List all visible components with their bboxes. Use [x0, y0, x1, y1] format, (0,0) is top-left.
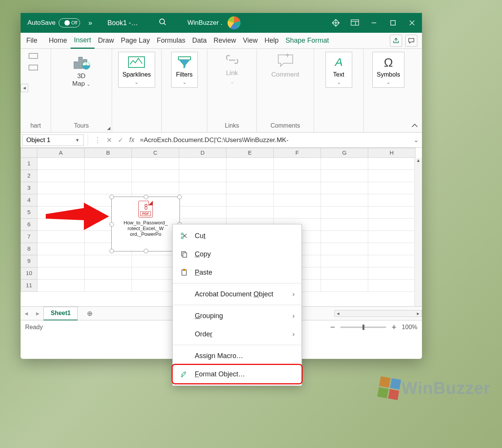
- row-header[interactable]: 10: [21, 267, 37, 280]
- row-header[interactable]: 3: [21, 182, 37, 194]
- svg-line-1: [164, 23, 166, 25]
- cancel-formula-icon[interactable]: ✕: [103, 136, 115, 144]
- horizontal-scrollbar[interactable]: ◄►: [334, 310, 422, 317]
- menu-grouping[interactable]: GroupingGrouping ›: [173, 307, 302, 325]
- row-header[interactable]: 1: [21, 158, 37, 170]
- embedded-pdf-object[interactable]: PDF How_to_Password_ rotect_Excel,_W ord…: [111, 197, 180, 251]
- dialog-launcher-icon[interactable]: ◢: [107, 126, 110, 131]
- globe-icon: [71, 52, 92, 70]
- 3d-map-button[interactable]: 3D Map ⌄: [71, 52, 92, 88]
- resize-handle[interactable]: [144, 249, 148, 253]
- row-header[interactable]: 2: [21, 170, 37, 182]
- comments-button[interactable]: [405, 35, 417, 47]
- enter-formula-icon[interactable]: ✓: [115, 136, 126, 144]
- fx-label[interactable]: fx: [129, 136, 135, 144]
- formula-bar[interactable]: =AcroExch.Document.DC|'C:\Users\WinBuzze…: [138, 136, 411, 144]
- sparklines-button[interactable]: Sparklines ⌄: [118, 52, 155, 88]
- comment-icon: [275, 52, 296, 69]
- col-header[interactable]: H: [368, 148, 415, 158]
- vertical-scrollbar[interactable]: ▲: [414, 158, 422, 306]
- zoom-level[interactable]: 100%: [402, 324, 417, 331]
- user-name: WinBuzzer .: [188, 19, 223, 27]
- maximize-button[interactable]: [386, 16, 400, 30]
- sheet-nav-right-icon[interactable]: ►: [32, 310, 43, 317]
- premium-icon[interactable]: [329, 16, 343, 30]
- group-tours: 3D Map ⌄ Tours ◢: [51, 49, 112, 132]
- add-sheet-button[interactable]: ⊕: [83, 309, 96, 318]
- zoom-slider[interactable]: [340, 326, 386, 328]
- col-header[interactable]: G: [321, 148, 368, 158]
- row-header[interactable]: 7: [21, 231, 37, 243]
- avatar[interactable]: [228, 16, 241, 29]
- group-symbols: Ω Symbols ⌄: [364, 49, 413, 132]
- resize-handle[interactable]: [109, 195, 114, 199]
- svg-rect-15: [128, 57, 144, 67]
- row-header[interactable]: 6: [21, 219, 37, 231]
- zoom-in-button[interactable]: +: [391, 322, 396, 332]
- share-button[interactable]: [390, 35, 402, 47]
- menu-paste[interactable]: PastePaste: [173, 263, 302, 282]
- col-header[interactable]: C: [132, 148, 179, 158]
- titlebar: AutoSave Off » Book1 -… WinBuzzer .: [21, 13, 422, 33]
- select-all-corner[interactable]: [21, 148, 37, 158]
- resize-handle[interactable]: [109, 222, 114, 227]
- tab-home[interactable]: Home: [45, 33, 71, 49]
- svg-point-22: [181, 237, 183, 239]
- tab-help[interactable]: Help: [261, 33, 282, 49]
- row-header[interactable]: 5: [21, 206, 37, 219]
- menu-cut[interactable]: CutCut: [173, 227, 302, 245]
- svg-line-25: [183, 234, 187, 237]
- tab-view[interactable]: View: [239, 33, 261, 49]
- resize-handle[interactable]: [144, 195, 148, 199]
- sheet-nav-left-icon[interactable]: ◄: [21, 310, 32, 317]
- qat-overflow-icon[interactable]: »: [88, 19, 92, 27]
- group-links: Link ⌄ Links: [207, 49, 257, 132]
- menu-order[interactable]: OrderOrder ›: [173, 325, 302, 343]
- search-icon[interactable]: [159, 18, 167, 28]
- symbols-button[interactable]: Ω Symbols ⌄: [372, 52, 404, 88]
- collapse-ribbon-icon[interactable]: [411, 123, 418, 130]
- link-button[interactable]: Link ⌄: [222, 52, 242, 85]
- row-header[interactable]: 8: [21, 243, 37, 255]
- menu-format-object[interactable]: Format Object…Format Object…: [173, 365, 302, 383]
- menu-copy[interactable]: CopyCopy: [173, 245, 302, 263]
- tab-page-layout[interactable]: Page Lay: [117, 33, 153, 49]
- resize-handle[interactable]: [177, 195, 182, 199]
- col-header[interactable]: A: [37, 148, 85, 158]
- tab-file[interactable]: File: [23, 33, 41, 49]
- col-header[interactable]: E: [226, 148, 274, 158]
- name-box[interactable]: Object 1 ▼: [22, 134, 84, 146]
- close-button[interactable]: [405, 16, 419, 30]
- autosave-toggle[interactable]: Off: [59, 18, 80, 27]
- row-header[interactable]: 9: [21, 255, 37, 267]
- col-header[interactable]: B: [85, 148, 132, 158]
- col-header[interactable]: D: [179, 148, 226, 158]
- tab-data[interactable]: Data: [189, 33, 210, 49]
- tab-formulas[interactable]: Formulas: [153, 33, 189, 49]
- row-header[interactable]: 11: [21, 280, 37, 292]
- ribbon-mode-icon[interactable]: [348, 16, 362, 30]
- menu-acrobat-object[interactable]: Acrobat Document ObjectAcrobat Document …: [173, 285, 302, 303]
- context-menu: CutCut CopyCopy PastePaste Acrobat Docum…: [172, 224, 302, 386]
- expand-formula-bar-icon[interactable]: ⌄: [411, 136, 420, 144]
- comment-button[interactable]: Comment: [271, 52, 300, 78]
- text-button[interactable]: A Text ⌄: [326, 52, 352, 88]
- namebox-dropdown-icon[interactable]: ▼: [75, 138, 80, 143]
- filters-button[interactable]: Filters ⌄: [171, 52, 198, 88]
- tab-draw[interactable]: Draw: [95, 33, 117, 49]
- chart-partial-icon[interactable]: [28, 52, 43, 75]
- svg-text:Ω: Ω: [384, 56, 393, 69]
- col-header[interactable]: F: [274, 148, 321, 158]
- minimize-button[interactable]: [367, 16, 381, 30]
- tab-shape-format[interactable]: Shape Format: [282, 33, 332, 49]
- tab-insert[interactable]: Insert: [71, 33, 95, 49]
- zoom-out-button[interactable]: −: [330, 322, 335, 332]
- autosave[interactable]: AutoSave Off: [27, 18, 80, 27]
- row-header[interactable]: 4: [21, 194, 37, 206]
- menu-assign-macro[interactable]: Assign Macro…Assign Macro…: [173, 347, 302, 365]
- svg-point-0: [160, 19, 165, 24]
- tab-review[interactable]: Review: [210, 33, 239, 49]
- resize-handle[interactable]: [109, 249, 114, 253]
- document-title: Book1 -…: [107, 19, 138, 27]
- sheet-tab-sheet1[interactable]: Sheet1: [43, 307, 78, 320]
